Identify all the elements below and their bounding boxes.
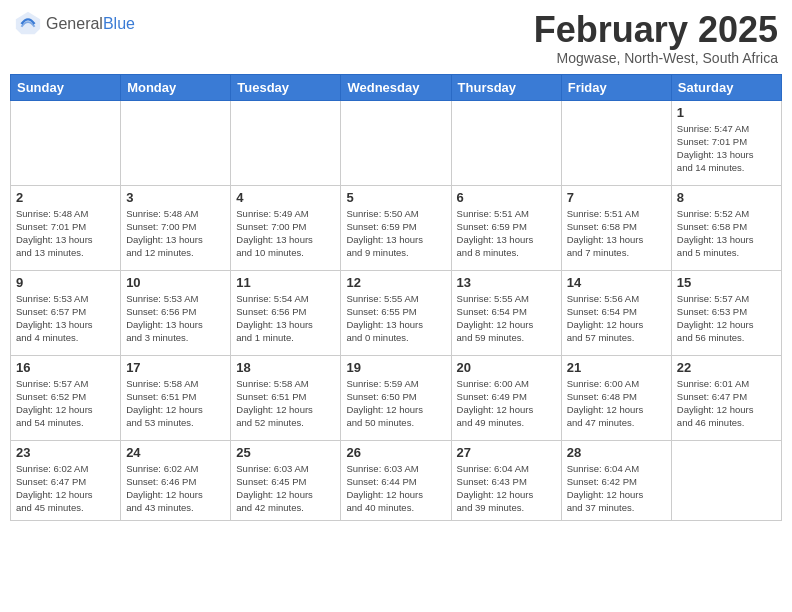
calendar-week-row: 16Sunrise: 5:57 AM Sunset: 6:52 PM Dayli… [11,355,782,440]
day-number: 10 [126,275,225,290]
calendar-cell: 15Sunrise: 5:57 AM Sunset: 6:53 PM Dayli… [671,270,781,355]
day-number: 4 [236,190,335,205]
day-info: Sunrise: 5:58 AM Sunset: 6:51 PM Dayligh… [236,377,335,430]
calendar-header-row: SundayMondayTuesdayWednesdayThursdayFrid… [11,74,782,100]
logo-text: GeneralBlue [46,15,135,33]
day-info: Sunrise: 5:55 AM Sunset: 6:55 PM Dayligh… [346,292,445,345]
logo-icon [14,10,42,38]
day-info: Sunrise: 5:58 AM Sunset: 6:51 PM Dayligh… [126,377,225,430]
day-number: 3 [126,190,225,205]
day-number: 15 [677,275,776,290]
day-number: 21 [567,360,666,375]
calendar-week-row: 23Sunrise: 6:02 AM Sunset: 6:47 PM Dayli… [11,440,782,520]
day-number: 25 [236,445,335,460]
calendar-cell: 21Sunrise: 6:00 AM Sunset: 6:48 PM Dayli… [561,355,671,440]
day-info: Sunrise: 6:02 AM Sunset: 6:47 PM Dayligh… [16,462,115,515]
calendar-week-row: 2Sunrise: 5:48 AM Sunset: 7:01 PM Daylig… [11,185,782,270]
calendar-cell: 14Sunrise: 5:56 AM Sunset: 6:54 PM Dayli… [561,270,671,355]
calendar-cell [671,440,781,520]
calendar-cell: 10Sunrise: 5:53 AM Sunset: 6:56 PM Dayli… [121,270,231,355]
day-number: 7 [567,190,666,205]
calendar-cell: 26Sunrise: 6:03 AM Sunset: 6:44 PM Dayli… [341,440,451,520]
calendar-cell: 1Sunrise: 5:47 AM Sunset: 7:01 PM Daylig… [671,100,781,185]
day-number: 24 [126,445,225,460]
calendar-cell [231,100,341,185]
day-info: Sunrise: 6:04 AM Sunset: 6:43 PM Dayligh… [457,462,556,515]
weekday-header-saturday: Saturday [671,74,781,100]
day-number: 5 [346,190,445,205]
logo-blue: Blue [103,15,135,33]
calendar-cell [561,100,671,185]
calendar-cell [121,100,231,185]
day-number: 2 [16,190,115,205]
calendar-cell: 12Sunrise: 5:55 AM Sunset: 6:55 PM Dayli… [341,270,451,355]
day-info: Sunrise: 5:51 AM Sunset: 6:59 PM Dayligh… [457,207,556,260]
day-info: Sunrise: 5:51 AM Sunset: 6:58 PM Dayligh… [567,207,666,260]
calendar-cell [451,100,561,185]
logo-general: General [46,15,103,33]
weekday-header-sunday: Sunday [11,74,121,100]
calendar-cell: 5Sunrise: 5:50 AM Sunset: 6:59 PM Daylig… [341,185,451,270]
day-info: Sunrise: 5:57 AM Sunset: 6:53 PM Dayligh… [677,292,776,345]
calendar-cell: 27Sunrise: 6:04 AM Sunset: 6:43 PM Dayli… [451,440,561,520]
calendar-cell [11,100,121,185]
calendar-cell [341,100,451,185]
day-number: 8 [677,190,776,205]
calendar-cell: 16Sunrise: 5:57 AM Sunset: 6:52 PM Dayli… [11,355,121,440]
day-number: 17 [126,360,225,375]
day-number: 16 [16,360,115,375]
month-title: February 2025 [534,10,778,50]
day-info: Sunrise: 5:54 AM Sunset: 6:56 PM Dayligh… [236,292,335,345]
day-info: Sunrise: 5:52 AM Sunset: 6:58 PM Dayligh… [677,207,776,260]
day-number: 9 [16,275,115,290]
day-number: 1 [677,105,776,120]
day-info: Sunrise: 6:03 AM Sunset: 6:44 PM Dayligh… [346,462,445,515]
day-number: 26 [346,445,445,460]
day-number: 18 [236,360,335,375]
day-number: 14 [567,275,666,290]
calendar-cell: 3Sunrise: 5:48 AM Sunset: 7:00 PM Daylig… [121,185,231,270]
day-info: Sunrise: 5:57 AM Sunset: 6:52 PM Dayligh… [16,377,115,430]
logo: GeneralBlue [14,10,135,38]
day-info: Sunrise: 6:03 AM Sunset: 6:45 PM Dayligh… [236,462,335,515]
calendar-cell: 2Sunrise: 5:48 AM Sunset: 7:01 PM Daylig… [11,185,121,270]
day-info: Sunrise: 5:50 AM Sunset: 6:59 PM Dayligh… [346,207,445,260]
day-number: 20 [457,360,556,375]
day-info: Sunrise: 5:49 AM Sunset: 7:00 PM Dayligh… [236,207,335,260]
calendar-week-row: 1Sunrise: 5:47 AM Sunset: 7:01 PM Daylig… [11,100,782,185]
day-info: Sunrise: 5:59 AM Sunset: 6:50 PM Dayligh… [346,377,445,430]
day-info: Sunrise: 5:48 AM Sunset: 7:01 PM Dayligh… [16,207,115,260]
day-number: 28 [567,445,666,460]
day-info: Sunrise: 6:04 AM Sunset: 6:42 PM Dayligh… [567,462,666,515]
day-number: 11 [236,275,335,290]
day-number: 12 [346,275,445,290]
calendar-cell: 25Sunrise: 6:03 AM Sunset: 6:45 PM Dayli… [231,440,341,520]
calendar-cell: 6Sunrise: 5:51 AM Sunset: 6:59 PM Daylig… [451,185,561,270]
day-info: Sunrise: 5:55 AM Sunset: 6:54 PM Dayligh… [457,292,556,345]
day-info: Sunrise: 5:53 AM Sunset: 6:57 PM Dayligh… [16,292,115,345]
calendar-cell: 28Sunrise: 6:04 AM Sunset: 6:42 PM Dayli… [561,440,671,520]
calendar-cell: 17Sunrise: 5:58 AM Sunset: 6:51 PM Dayli… [121,355,231,440]
weekday-header-wednesday: Wednesday [341,74,451,100]
day-info: Sunrise: 5:48 AM Sunset: 7:00 PM Dayligh… [126,207,225,260]
calendar-cell: 19Sunrise: 5:59 AM Sunset: 6:50 PM Dayli… [341,355,451,440]
weekday-header-tuesday: Tuesday [231,74,341,100]
day-number: 19 [346,360,445,375]
calendar-cell: 20Sunrise: 6:00 AM Sunset: 6:49 PM Dayli… [451,355,561,440]
weekday-header-monday: Monday [121,74,231,100]
day-info: Sunrise: 5:47 AM Sunset: 7:01 PM Dayligh… [677,122,776,175]
day-number: 13 [457,275,556,290]
day-info: Sunrise: 5:53 AM Sunset: 6:56 PM Dayligh… [126,292,225,345]
day-info: Sunrise: 6:00 AM Sunset: 6:48 PM Dayligh… [567,377,666,430]
calendar-cell: 11Sunrise: 5:54 AM Sunset: 6:56 PM Dayli… [231,270,341,355]
calendar-week-row: 9Sunrise: 5:53 AM Sunset: 6:57 PM Daylig… [11,270,782,355]
calendar-cell: 22Sunrise: 6:01 AM Sunset: 6:47 PM Dayli… [671,355,781,440]
weekday-header-thursday: Thursday [451,74,561,100]
day-number: 23 [16,445,115,460]
location-title: Mogwase, North-West, South Africa [534,50,778,66]
calendar-cell: 7Sunrise: 5:51 AM Sunset: 6:58 PM Daylig… [561,185,671,270]
calendar-cell: 4Sunrise: 5:49 AM Sunset: 7:00 PM Daylig… [231,185,341,270]
calendar-cell: 13Sunrise: 5:55 AM Sunset: 6:54 PM Dayli… [451,270,561,355]
day-info: Sunrise: 6:02 AM Sunset: 6:46 PM Dayligh… [126,462,225,515]
day-number: 6 [457,190,556,205]
